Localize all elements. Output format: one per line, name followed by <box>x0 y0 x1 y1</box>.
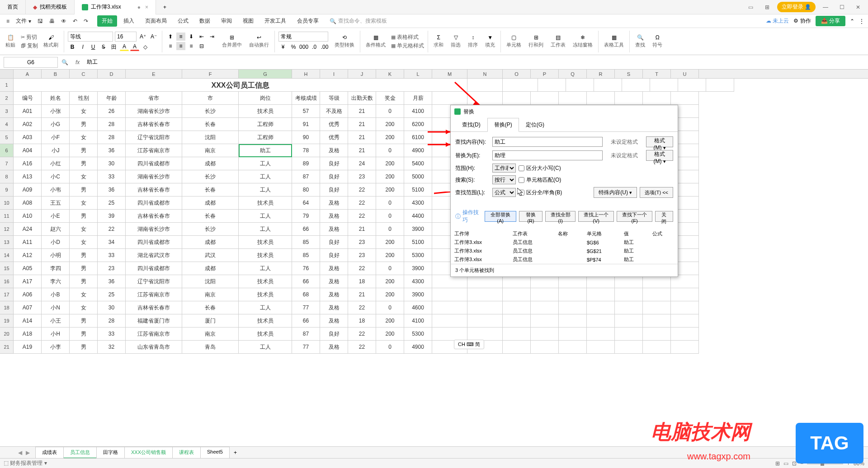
search-select[interactable]: 按行 <box>492 175 516 184</box>
border-button[interactable]: 田 <box>109 43 118 51</box>
col-header-O[interactable]: O <box>503 70 531 78</box>
cell[interactable]: 小G <box>42 118 70 131</box>
row-header-11[interactable]: 11 <box>0 210 14 223</box>
col-header-G[interactable]: G <box>239 70 292 78</box>
ribbon-tab-公式[interactable]: 公式 <box>173 15 193 27</box>
cell[interactable]: 良好 <box>320 170 348 183</box>
header-cell[interactable]: 年龄 <box>98 92 126 105</box>
cell[interactable] <box>467 314 503 328</box>
sheet-tab[interactable]: Sheet5 <box>200 447 230 459</box>
col-header-J[interactable]: J <box>348 70 376 78</box>
cell[interactable] <box>615 92 643 105</box>
cell[interactable] <box>432 301 467 314</box>
cell[interactable] <box>615 301 643 314</box>
cell[interactable]: 22 <box>348 301 376 314</box>
cell[interactable] <box>671 341 699 354</box>
cell[interactable]: 21 <box>348 223 376 236</box>
cell[interactable]: 5100 <box>404 183 432 197</box>
cell[interactable]: 湖南省长沙市 <box>126 105 182 118</box>
cell[interactable]: 23 <box>348 170 376 183</box>
cell[interactable]: 吉林省长春市 <box>126 301 182 314</box>
cell[interactable]: 小B <box>42 288 70 301</box>
cell[interactable]: A03 <box>14 131 42 144</box>
tips-link[interactable]: ⓘ 操作技巧 <box>455 209 479 224</box>
cell[interactable]: 女 <box>70 131 98 144</box>
close-button[interactable]: ✕ <box>852 1 864 14</box>
cell[interactable] <box>650 79 678 92</box>
cell[interactable] <box>503 328 531 341</box>
find-prev-button[interactable]: 查找上一个(V) <box>578 211 614 222</box>
cell[interactable] <box>622 79 650 92</box>
cell[interactable]: 22 <box>348 183 376 197</box>
cell[interactable]: 辽宁省沈阳市 <box>126 275 182 288</box>
cell[interactable]: 良好 <box>320 157 348 170</box>
cell[interactable] <box>467 328 503 341</box>
col-header-H[interactable]: H <box>292 70 320 78</box>
cell[interactable]: 0 <box>376 210 404 223</box>
cell[interactable]: 36 <box>98 275 126 288</box>
align-middle-icon[interactable]: ≡ <box>176 33 185 41</box>
layout-icon[interactable]: ▭ <box>745 1 757 14</box>
cell[interactable]: 4400 <box>404 210 432 223</box>
cell[interactable] <box>531 314 559 328</box>
cell[interactable]: 四川省成都市 <box>126 262 182 275</box>
cell[interactable]: 0 <box>376 262 404 275</box>
row-header-5[interactable]: 5 <box>0 131 14 144</box>
sheet-tab[interactable]: XXX公司销售额 <box>124 447 173 459</box>
cell[interactable]: 28 <box>98 131 126 144</box>
header-cell[interactable]: 姓名 <box>42 92 70 105</box>
cell[interactable]: 39 <box>98 210 126 223</box>
fx-icon[interactable]: 🔍 <box>58 59 72 66</box>
cell[interactable]: 78 <box>292 144 320 157</box>
row-header-21[interactable]: 21 <box>0 341 14 354</box>
cell[interactable]: 24 <box>348 157 376 170</box>
ribbon-tab-视图[interactable]: 视图 <box>238 15 258 27</box>
symbol-button[interactable]: Ω符号 <box>651 34 664 48</box>
cell[interactable]: 南京 <box>182 144 239 157</box>
cell[interactable]: 长春 <box>182 210 239 223</box>
cell[interactable] <box>503 79 538 92</box>
col-header-K[interactable]: K <box>376 70 404 78</box>
col-header-L[interactable]: L <box>404 70 432 78</box>
number-format-select[interactable] <box>278 32 328 42</box>
cell[interactable]: 18 <box>348 275 376 288</box>
align-left-icon[interactable]: ≡ <box>166 42 175 50</box>
cell[interactable]: 男 <box>70 328 98 341</box>
cell[interactable] <box>531 288 559 301</box>
cell[interactable] <box>587 275 615 288</box>
increase-font-icon[interactable]: A⁺ <box>138 33 147 41</box>
cell[interactable] <box>432 328 467 341</box>
cell[interactable]: 3900 <box>404 223 432 236</box>
options-button[interactable]: 选项(T) << <box>640 187 673 198</box>
find-all-button[interactable]: 查找全部(I) <box>545 211 576 222</box>
search-area[interactable]: 🔍 查找命令、搜索模板 <box>330 17 387 25</box>
cell[interactable]: 沈阳 <box>182 275 239 288</box>
cell[interactable] <box>531 328 559 341</box>
cell[interactable]: 22 <box>348 197 376 210</box>
cell[interactable]: 男 <box>70 157 98 170</box>
sheet-nav-next[interactable]: ▶ <box>26 449 30 456</box>
save-icon[interactable]: 🖫 <box>35 17 46 26</box>
cell[interactable]: 女 <box>70 197 98 210</box>
cell[interactable]: A12 <box>14 249 42 262</box>
cell[interactable] <box>671 92 699 105</box>
cell[interactable]: 江苏省南京市 <box>126 328 182 341</box>
cell[interactable]: 200 <box>376 170 404 183</box>
cell[interactable]: 青岛 <box>182 341 239 354</box>
cells-button[interactable]: ▢单元格 <box>505 34 523 48</box>
preview-icon[interactable]: 👁 <box>58 17 69 26</box>
cell[interactable]: 厦门 <box>182 314 239 328</box>
cell[interactable] <box>615 275 643 288</box>
cell[interactable]: 女 <box>70 170 98 183</box>
cell[interactable]: 34 <box>98 236 126 249</box>
cell[interactable]: 沈阳 <box>182 131 239 144</box>
distribute-icon[interactable]: ⊟ <box>197 42 206 50</box>
cell[interactable]: 优秀 <box>320 131 348 144</box>
cell[interactable]: 良好 <box>320 249 348 262</box>
cell[interactable]: 助工 <box>239 144 292 157</box>
percent-icon[interactable]: % <box>289 43 298 51</box>
case-checkbox[interactable]: 区分大小写(C) <box>519 164 561 172</box>
cell[interactable]: A09 <box>14 183 42 197</box>
cell[interactable] <box>503 92 531 105</box>
row-header-13[interactable]: 13 <box>0 236 14 249</box>
